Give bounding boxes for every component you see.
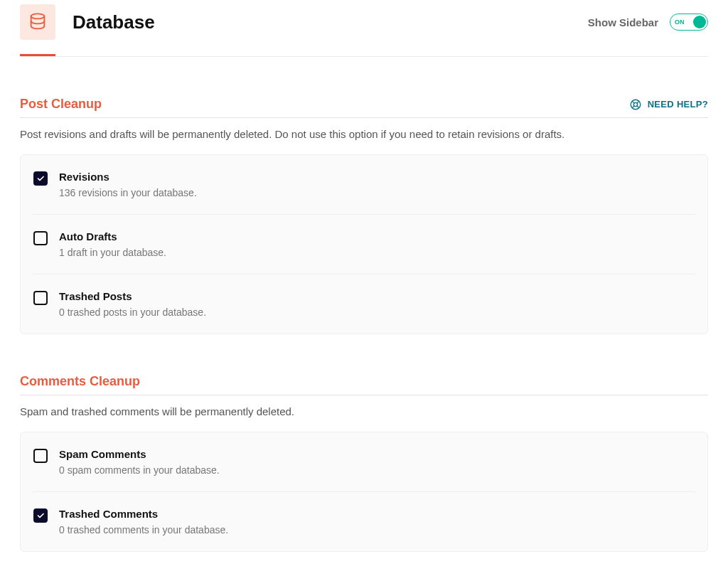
- show-sidebar-label: Show Sidebar: [588, 16, 658, 28]
- section-post-cleanup: Post Cleanup NEED HELP? Post revisions a…: [0, 97, 728, 334]
- help-icon: [629, 98, 642, 111]
- list-item: Revisions 136 revisions in your database…: [33, 155, 695, 215]
- need-help-label: NEED HELP?: [648, 99, 708, 110]
- toggle-state-label: ON: [672, 18, 685, 26]
- svg-line-5: [632, 105, 634, 107]
- svg-line-4: [637, 101, 639, 103]
- svg-point-0: [31, 14, 45, 18]
- checkbox-spam-comments[interactable]: [33, 449, 48, 463]
- list-item: Spam Comments 0 spam comments in your da…: [33, 432, 695, 492]
- section-title-comments-cleanup: Comments Cleanup: [20, 374, 140, 389]
- section-desc-post-cleanup: Post revisions and drafts will be perman…: [20, 128, 708, 140]
- list-item: Trashed Comments 0 trashed comments in y…: [33, 492, 695, 551]
- svg-line-3: [632, 101, 634, 103]
- toggle-knob: [693, 16, 706, 28]
- post-cleanup-card: Revisions 136 revisions in your database…: [20, 154, 708, 334]
- checkbox-trashed-comments[interactable]: [33, 508, 48, 523]
- row-sub: 0 spam comments in your database.: [59, 464, 695, 476]
- row-sub: 0 trashed posts in your database.: [59, 307, 695, 318]
- show-sidebar-toggle[interactable]: ON: [670, 14, 708, 31]
- checkbox-revisions[interactable]: [33, 171, 48, 186]
- checkbox-auto-drafts[interactable]: [33, 231, 48, 245]
- row-title: Spam Comments: [59, 448, 695, 460]
- section-desc-comments-cleanup: Spam and trashed comments will be perman…: [20, 405, 708, 417]
- list-item: Trashed Posts 0 trashed posts in your da…: [33, 275, 695, 334]
- svg-point-2: [633, 102, 637, 106]
- row-sub: 1 draft in your database.: [59, 247, 695, 258]
- check-icon: [36, 174, 45, 183]
- checkbox-trashed-posts[interactable]: [33, 291, 48, 305]
- database-icon: [20, 4, 55, 40]
- row-title: Trashed Comments: [59, 508, 695, 520]
- check-icon: [36, 511, 45, 520]
- svg-line-6: [637, 105, 639, 107]
- header-divider: [20, 56, 708, 57]
- need-help-link[interactable]: NEED HELP?: [629, 98, 708, 111]
- row-title: Revisions: [59, 171, 695, 183]
- row-title: Auto Drafts: [59, 230, 695, 243]
- page-title: Database: [73, 11, 155, 33]
- row-sub: 136 revisions in your database.: [59, 187, 695, 198]
- comments-cleanup-card: Spam Comments 0 spam comments in your da…: [20, 432, 708, 552]
- row-title: Trashed Posts: [59, 290, 695, 302]
- list-item: Auto Drafts 1 draft in your database.: [33, 215, 695, 275]
- row-sub: 0 trashed comments in your database.: [59, 524, 695, 536]
- section-comments-cleanup: Comments Cleanup Spam and trashed commen…: [0, 374, 728, 552]
- section-title-post-cleanup: Post Cleanup: [20, 97, 102, 112]
